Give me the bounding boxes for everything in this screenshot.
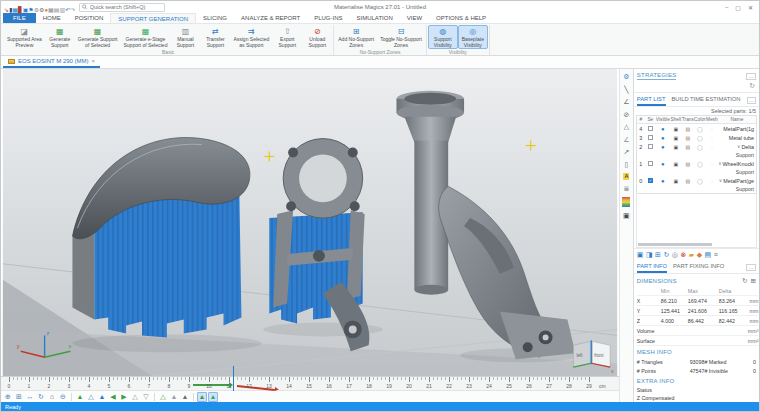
rotate-view-icon[interactable]: ↻: [36, 392, 46, 402]
generate-e-stage-support-of-selected-button[interactable]: ▦Generate e-Stage Support of Selected: [121, 25, 171, 49]
folder-icon[interactable]: ▰: [689, 251, 694, 258]
tab-part-list[interactable]: PART LIST: [637, 95, 666, 106]
part-shell-cell[interactable]: ▣: [670, 176, 682, 185]
view-iso-icon[interactable]: ▲: [75, 392, 85, 402]
part-trans-cell[interactable]: ▨: [682, 159, 694, 168]
part-mesh-cell[interactable]: ◌: [706, 142, 718, 151]
tab-options-help[interactable]: OPTIONS & HELP: [429, 13, 493, 23]
part-select-cell[interactable]: [645, 133, 656, 142]
minimize-icon[interactable]: –: [725, 4, 728, 11]
expand-caret-icon[interactable]: ∨: [718, 161, 721, 166]
part-select-cell[interactable]: ✓: [645, 176, 656, 185]
maximize-icon[interactable]: ▢: [735, 4, 741, 11]
part-visible-cell[interactable]: ●: [656, 176, 670, 185]
part-info-menu-button[interactable]: …: [746, 264, 756, 271]
tab-plug-ins[interactable]: PLUG-INS: [307, 13, 349, 23]
support-child-row[interactable]: Support: [637, 151, 756, 159]
refresh-strategies-icon[interactable]: ↻: [749, 82, 755, 90]
part-name-cell[interactable]: ∨WheelKnuckl: [718, 159, 756, 168]
generate-support-button[interactable]: ▦Generate Support: [45, 25, 75, 49]
select-checkbox[interactable]: ✓: [648, 178, 653, 183]
new-from-selection-icon[interactable]: ◨: [646, 251, 653, 258]
select-checkbox[interactable]: [648, 144, 653, 149]
part-shell-cell[interactable]: ▣: [670, 133, 682, 142]
properties-icon[interactable]: ≡: [714, 251, 718, 258]
support-child-row[interactable]: Support: [637, 185, 756, 193]
zoom-window-icon[interactable]: ⊞: [14, 392, 24, 402]
reload-part-icon[interactable]: ↻: [663, 251, 669, 258]
search-input[interactable]: [90, 4, 163, 10]
part-mesh-cell[interactable]: ◌: [706, 159, 718, 168]
refresh-dimensions-icon[interactable]: ↻: [742, 277, 747, 285]
support-edit-icon[interactable]: ▲: [208, 392, 218, 402]
triangle-tool-icon[interactable]: △: [624, 123, 629, 131]
duplicate-part-icon[interactable]: ⊞: [655, 251, 661, 258]
tab-simulation[interactable]: SIMULATION: [350, 13, 400, 23]
part-mesh-cell[interactable]: ◌: [706, 124, 718, 133]
inspect-part-icon[interactable]: ◎: [672, 251, 678, 258]
view-bottom-icon[interactable]: ▽: [141, 392, 151, 402]
part-list-scrollbar[interactable]: [638, 243, 712, 246]
copy-dimensions-icon[interactable]: ⊞: [751, 277, 756, 285]
screenshot-icon[interactable]: ▣: [623, 212, 630, 220]
export-support-button[interactable]: ⇧Export Support: [272, 25, 302, 49]
support-child-row[interactable]: Support: [637, 168, 756, 176]
select-checkbox[interactable]: [648, 135, 653, 140]
part-color-cell[interactable]: ◯: [694, 142, 706, 151]
scene-tab-close-icon[interactable]: ×: [92, 58, 96, 64]
angle-tool-icon[interactable]: ∠: [623, 136, 629, 144]
view-back-icon[interactable]: ▲: [97, 392, 107, 402]
toggle-no-support-zones-button[interactable]: ⊟Toggle No-Support Zones: [377, 25, 425, 49]
tab-slicing[interactable]: SLICING: [196, 13, 234, 23]
add-no-support-zones-button[interactable]: ⊞Add No-Support Zones: [335, 25, 377, 49]
mark-surface-icon[interactable]: ▲: [180, 392, 190, 402]
expand-caret-icon[interactable]: ∨: [737, 144, 740, 149]
supported-area-preview-button[interactable]: ◪Supported Area Preview: [4, 25, 45, 49]
tab-support-generation[interactable]: SUPPORT GENERATION: [110, 13, 196, 23]
part-visible-cell[interactable]: ●: [656, 142, 670, 151]
unload-support-button[interactable]: ⊘Unload Support: [302, 25, 332, 49]
tab-part-fixing-info[interactable]: PART FIXING INFO: [673, 262, 724, 273]
part-visible-cell[interactable]: ●: [656, 159, 670, 168]
part-list-menu-button[interactable]: …: [747, 97, 756, 104]
select-checkbox[interactable]: [648, 161, 653, 166]
arrow-annotation-icon[interactable]: ↗: [623, 148, 629, 156]
close-icon[interactable]: ✕: [748, 4, 753, 11]
view-top-icon[interactable]: △: [130, 392, 140, 402]
generate-support-of-selected-button[interactable]: ▦Generate Support of Selected: [75, 25, 121, 49]
part-color-cell[interactable]: ◯: [694, 133, 706, 142]
part-list-table[interactable]: #SeVisibleShellTransColorMeshName4●▣▨◯◌M…: [636, 115, 757, 194]
part-trans-cell[interactable]: ▨: [682, 133, 694, 142]
select-checkbox[interactable]: [648, 126, 653, 131]
part-trans-cell[interactable]: ▨: [682, 176, 694, 185]
assign-selected-as-support-button[interactable]: ⇉Assign Selected as Support: [230, 25, 272, 49]
no-support-zone-icon[interactable]: ⊘: [623, 111, 629, 119]
part-shell-cell[interactable]: ▣: [670, 124, 682, 133]
pan-icon[interactable]: ↔: [25, 392, 35, 402]
support-visibility-button[interactable]: ◍Support Visibility: [428, 25, 458, 49]
part-name-cell[interactable]: ∨MetalPart(ge: [718, 176, 756, 185]
quick-search[interactable]: [79, 3, 165, 12]
mark-triangle-icon[interactable]: △: [158, 392, 168, 402]
copy-part-icon[interactable]: ▤: [705, 251, 712, 258]
add-part-icon[interactable]: ▣: [637, 251, 644, 258]
unzoom-icon[interactable]: ⊖: [58, 392, 68, 402]
manual-support-button[interactable]: ▥Manual Support: [170, 25, 200, 49]
view-left-icon[interactable]: ◀: [108, 392, 118, 402]
part-trans-cell[interactable]: ▨: [682, 124, 694, 133]
note-page-icon[interactable]: ▯: [624, 161, 628, 169]
view-front-icon[interactable]: △: [86, 392, 96, 402]
part-mesh-cell[interactable]: ◌: [706, 133, 718, 142]
part-color-cell[interactable]: ◯: [694, 124, 706, 133]
part-color-cell[interactable]: ◯: [694, 176, 706, 185]
part-visible-cell[interactable]: ●: [656, 124, 670, 133]
part-shell-cell[interactable]: ▣: [670, 142, 682, 151]
part-color-cell[interactable]: ◯: [694, 159, 706, 168]
tab-build-time-estimation[interactable]: BUILD TIME ESTIMATION: [672, 95, 741, 106]
part-mesh-cell[interactable]: ◌: [706, 176, 718, 185]
part-select-cell[interactable]: [645, 142, 656, 151]
support-preview-icon[interactable]: ▲: [197, 392, 207, 402]
transfer-support-button[interactable]: ⇄Transfer Support: [200, 25, 230, 49]
color-scale-icon[interactable]: [622, 197, 630, 207]
strategies-menu-button[interactable]: …: [746, 73, 756, 80]
